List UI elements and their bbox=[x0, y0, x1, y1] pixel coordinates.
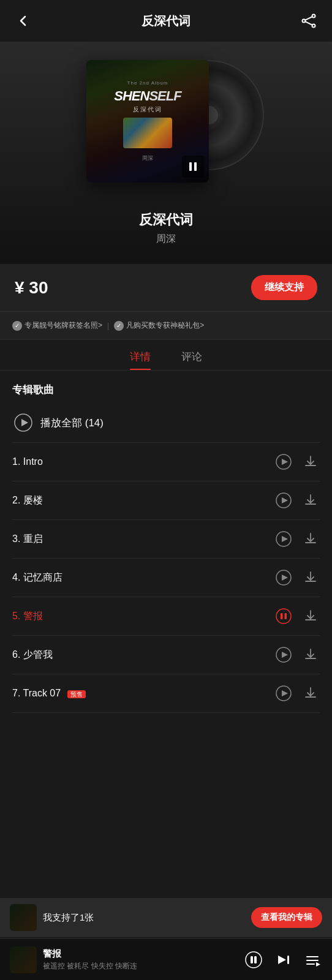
svg-rect-26 bbox=[254, 956, 257, 963]
view-album-button[interactable]: 查看我的专辑 bbox=[251, 907, 322, 928]
track-name-7: 7. Track 07 预售 bbox=[12, 688, 274, 699]
price-row: ¥ 30 继续支持 bbox=[0, 264, 332, 312]
track-actions-1 bbox=[274, 453, 320, 471]
track-download-icon-2[interactable] bbox=[301, 491, 320, 510]
banner-thumb bbox=[10, 904, 37, 931]
track-download-icon-3[interactable] bbox=[301, 530, 320, 548]
perk-label-2: 凡购买数专获神秘礼包> bbox=[126, 320, 204, 331]
track-play-icon-6[interactable] bbox=[274, 646, 293, 664]
header: 反深代词 bbox=[0, 0, 332, 42]
mini-next-button[interactable] bbox=[273, 950, 293, 970]
mini-pause-button[interactable] bbox=[244, 950, 263, 970]
track-row[interactable]: 7. Track 07 预售 bbox=[12, 674, 320, 713]
track-name-6: 6. 少管我 bbox=[12, 649, 274, 662]
perks-row: ✓ 专属靓号铭牌获签名照> | ✓ 凡购买数专获神秘礼包> bbox=[0, 312, 332, 340]
album-artist-small: 周深 bbox=[142, 154, 153, 162]
svg-marker-8 bbox=[21, 419, 28, 426]
support-button[interactable]: 继续支持 bbox=[251, 275, 317, 300]
track-row[interactable]: 2. 屡楼 bbox=[12, 481, 320, 520]
price-text: ¥ 30 bbox=[15, 278, 48, 298]
svg-marker-23 bbox=[282, 690, 288, 696]
album-name: 反深代词 bbox=[139, 211, 193, 229]
svg-rect-5 bbox=[189, 162, 192, 171]
play-all-label: 播放全部 (14) bbox=[40, 416, 104, 430]
perk-item-1[interactable]: ✓ 专属靓号铭牌获签名照> bbox=[12, 320, 102, 331]
svg-line-3 bbox=[305, 17, 312, 20]
svg-marker-27 bbox=[278, 956, 286, 964]
svg-marker-21 bbox=[282, 652, 288, 658]
share-button[interactable] bbox=[298, 10, 320, 32]
album-pause-overlay[interactable] bbox=[182, 156, 204, 178]
track-download-icon-7[interactable] bbox=[301, 684, 320, 703]
svg-rect-18 bbox=[281, 613, 283, 619]
svg-rect-19 bbox=[285, 613, 287, 619]
track-actions-7 bbox=[274, 684, 320, 703]
perk-item-2[interactable]: ✓ 凡购买数专获神秘礼包> bbox=[114, 320, 204, 331]
svg-line-4 bbox=[305, 21, 312, 25]
perk-check-1: ✓ bbox=[12, 321, 22, 331]
perk-check-2: ✓ bbox=[114, 321, 124, 331]
album-cover: The 2nd Album SHENSELF 反深代词 周深 bbox=[86, 60, 209, 183]
svg-marker-14 bbox=[282, 536, 288, 542]
track-play-icon-4[interactable] bbox=[274, 568, 293, 587]
track-row[interactable]: 1. Intro bbox=[12, 443, 320, 481]
track-actions-5 bbox=[274, 607, 320, 625]
svg-point-24 bbox=[246, 952, 262, 968]
track-badge-presale: 预售 bbox=[67, 690, 86, 698]
album-art-wrapper: The 2nd Album SHENSELF 反深代词 周深 bbox=[74, 54, 258, 201]
album-cn-title: 反深代词 bbox=[133, 105, 162, 114]
track-download-icon-1[interactable] bbox=[301, 453, 320, 471]
track-actions-6 bbox=[274, 646, 320, 664]
track-pause-icon-5[interactable] bbox=[274, 607, 293, 625]
track-play-icon-7[interactable] bbox=[274, 684, 293, 703]
track-name-4: 4. 记忆商店 bbox=[12, 571, 274, 584]
svg-rect-25 bbox=[251, 956, 253, 963]
album-artist: 周深 bbox=[156, 233, 176, 246]
play-all-icon bbox=[12, 412, 34, 434]
mini-player: 警报 被遥控 被耗尽 快失控 快断连 bbox=[0, 938, 332, 980]
play-all-row[interactable]: 播放全部 (14) bbox=[12, 403, 320, 443]
track-row-playing[interactable]: 5. 警报 bbox=[12, 597, 320, 636]
bottom-banner: 我支持了1张 查看我的专辑 bbox=[0, 898, 332, 937]
track-download-icon-5[interactable] bbox=[301, 607, 320, 625]
track-download-icon-6[interactable] bbox=[301, 646, 320, 664]
tracks-heading: 专辑歌曲 bbox=[12, 371, 320, 403]
mini-player-controls bbox=[244, 950, 322, 970]
track-play-icon-3[interactable] bbox=[274, 530, 293, 548]
track-name-3: 3. 重启 bbox=[12, 533, 274, 546]
track-row[interactable]: 6. 少管我 bbox=[12, 636, 320, 674]
tab-details[interactable]: 详情 bbox=[130, 350, 151, 370]
mini-player-thumb bbox=[10, 946, 37, 973]
track-play-icon-2[interactable] bbox=[274, 491, 293, 510]
track-download-icon-4[interactable] bbox=[301, 568, 320, 587]
svg-marker-32 bbox=[316, 962, 320, 967]
svg-marker-16 bbox=[282, 575, 288, 581]
svg-marker-10 bbox=[282, 459, 288, 465]
svg-marker-12 bbox=[282, 497, 288, 503]
track-row[interactable]: 4. 记忆商店 bbox=[12, 559, 320, 597]
track-row[interactable]: 3. 重启 bbox=[12, 520, 320, 559]
svg-rect-28 bbox=[287, 956, 289, 964]
tab-comments[interactable]: 评论 bbox=[181, 350, 202, 370]
tabs-row: 详情 评论 bbox=[0, 340, 332, 370]
album-color-splash bbox=[123, 118, 172, 148]
tracks-section: 专辑歌曲 播放全部 (14) 1. Intro bbox=[0, 371, 332, 713]
mini-player-subtitle: 被遥控 被耗尽 快失控 快断连 bbox=[43, 961, 238, 971]
track-name-2: 2. 屡楼 bbox=[12, 494, 274, 507]
track-name-1: 1. Intro bbox=[12, 456, 274, 467]
album-title-en: SHENSELF bbox=[114, 88, 181, 104]
mini-player-title: 警报 bbox=[43, 948, 238, 960]
track-play-icon-1[interactable] bbox=[274, 453, 293, 471]
track-actions-4 bbox=[274, 568, 320, 587]
banner-text: 我支持了1张 bbox=[43, 912, 245, 924]
track-name-5: 5. 警报 bbox=[12, 610, 274, 623]
svg-rect-6 bbox=[194, 162, 197, 171]
album-hero: The 2nd Album SHENSELF 反深代词 周深 反深代词 周深 bbox=[0, 42, 332, 264]
back-button[interactable] bbox=[12, 10, 34, 32]
track-actions-3 bbox=[274, 530, 320, 548]
track-actions-2 bbox=[274, 491, 320, 510]
page-title: 反深代词 bbox=[141, 13, 191, 29]
album-series-label: The 2nd Album bbox=[127, 80, 168, 86]
mini-playlist-button[interactable] bbox=[303, 950, 322, 970]
svg-point-17 bbox=[276, 609, 291, 624]
